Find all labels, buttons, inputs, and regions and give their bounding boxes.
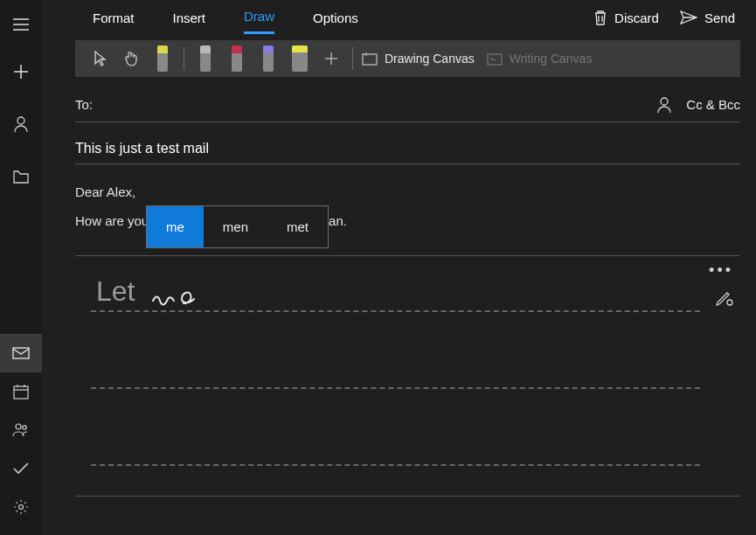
ribbon-separator: [184, 47, 184, 70]
svg-rect-20: [488, 54, 502, 65]
calendar-icon[interactable]: [0, 372, 42, 411]
handwriting-line-1[interactable]: Let: [91, 270, 700, 312]
discard-button[interactable]: Discard: [593, 10, 659, 25]
pen-red-icon[interactable]: [221, 42, 253, 75]
svg-point-15: [23, 426, 26, 429]
todo-icon[interactable]: [0, 449, 42, 488]
svg-point-22: [727, 300, 732, 305]
draw-ribbon: Drawing Canvas Writing Canvas: [75, 40, 740, 77]
to-label: To:: [75, 97, 93, 112]
svg-point-5: [17, 117, 24, 124]
svg-point-16: [19, 505, 24, 510]
suggestion-option-1[interactable]: me: [147, 206, 204, 247]
suggestion-option-3[interactable]: met: [267, 206, 328, 247]
touch-tool-icon[interactable]: [115, 42, 147, 75]
compose-topbar: Format Insert Draw Options Discard Send: [42, 0, 756, 35]
discard-label: Discard: [614, 10, 659, 25]
body-line-1: Dear Alex,: [75, 180, 740, 204]
tab-draw[interactable]: Draw: [244, 1, 274, 34]
subject-field[interactable]: This is just a test mail: [75, 133, 740, 164]
writing-canvas-label: Writing Canvas: [510, 52, 593, 66]
drawing-canvas-label: Drawing Canvas: [385, 52, 475, 66]
cursor-tool-icon[interactable]: [84, 42, 115, 75]
tab-options[interactable]: Options: [313, 1, 358, 34]
ribbon-separator-2: [352, 47, 353, 70]
recognized-word: Let: [96, 275, 135, 308]
handwritten-stroke: [150, 279, 220, 314]
subject-text: This is just a test mail: [75, 141, 209, 156]
settings-icon[interactable]: [0, 488, 42, 526]
pen-silver-icon[interactable]: [190, 42, 221, 75]
pen-yellow-icon[interactable]: [147, 42, 178, 75]
send-label: Send: [704, 10, 735, 25]
svg-rect-6: [13, 348, 29, 358]
highlighter-icon[interactable]: [284, 42, 316, 75]
drawing-canvas-button[interactable]: Drawing Canvas: [362, 52, 475, 66]
svg-rect-7: [14, 386, 28, 399]
tab-insert[interactable]: Insert: [173, 1, 206, 34]
people-icon[interactable]: [0, 411, 42, 449]
add-pen-icon[interactable]: [316, 42, 347, 75]
svg-point-14: [16, 424, 21, 429]
handwriting-line-3[interactable]: [91, 424, 700, 466]
new-mail-icon[interactable]: [0, 45, 42, 98]
svg-point-21: [661, 98, 668, 105]
ccbcc-button[interactable]: Cc & Bcc: [686, 97, 740, 112]
ime-suggestion-popup: me men met: [146, 205, 329, 248]
accounts-icon[interactable]: [0, 98, 42, 150]
app-sidebar: [0, 0, 42, 535]
message-body[interactable]: Dear Alex, How are you ess plan. me men …: [75, 180, 740, 256]
suggestion-option-2[interactable]: men: [204, 206, 267, 247]
handwriting-line-2[interactable]: [91, 347, 700, 389]
hamburger-menu-icon[interactable]: [0, 3, 42, 45]
writing-canvas-button: Writing Canvas: [487, 52, 593, 66]
to-row: To: Cc & Bcc: [75, 87, 740, 122]
main-content: Format Insert Draw Options Discard Send: [42, 0, 756, 535]
more-options-icon[interactable]: •••: [709, 261, 733, 280]
folders-icon[interactable]: [0, 150, 42, 203]
handwriting-panel: ••• Let: [75, 260, 740, 471]
send-button[interactable]: Send: [680, 10, 735, 25]
mail-icon[interactable]: [0, 334, 42, 372]
contact-picker-icon[interactable]: [656, 96, 672, 114]
tab-format[interactable]: Format: [93, 1, 135, 34]
svg-rect-19: [363, 54, 377, 65]
pen-purple-icon[interactable]: [253, 42, 284, 75]
edit-pen-icon[interactable]: [714, 288, 733, 307]
footer-divider: [75, 496, 740, 497]
